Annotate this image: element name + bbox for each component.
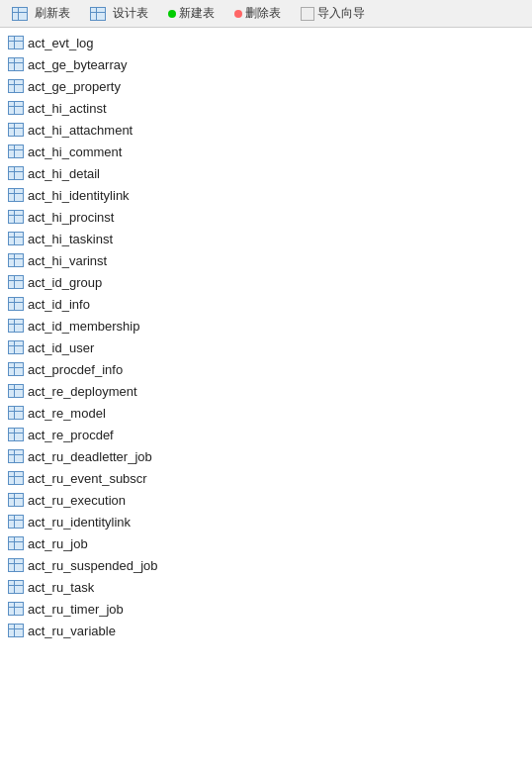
table-row-icon <box>8 145 24 158</box>
table-row-icon <box>8 602 24 616</box>
table-row-icon <box>8 319 24 333</box>
table-row-icon <box>8 384 24 398</box>
table-row-label: act_ru_execution <box>28 493 126 508</box>
table-row-label: act_hi_identitylink <box>28 188 130 203</box>
table-row-icon <box>8 580 24 594</box>
table-list-item[interactable]: act_hi_detail <box>0 162 532 184</box>
table-row-label: act_hi_actinst <box>28 101 107 116</box>
table-row-label: act_hi_varinst <box>28 253 107 268</box>
table-row-icon <box>8 362 24 376</box>
table-row-icon <box>8 275 24 289</box>
design-icon <box>90 7 106 21</box>
table-row-label: act_ru_job <box>28 536 88 551</box>
import-label: 导入向导 <box>317 5 365 22</box>
table-row-label: act_re_deployment <box>28 384 137 399</box>
table-row-label: act_id_group <box>28 275 102 290</box>
table-row-icon <box>8 210 24 224</box>
table-row-icon <box>8 340 24 354</box>
table-row-icon <box>8 101 24 115</box>
refresh-table-btn[interactable]: 刷新表 <box>8 3 74 24</box>
table-row-icon <box>8 232 24 245</box>
table-row-label: act_ru_variable <box>28 624 116 638</box>
table-list-item[interactable]: act_ru_suspended_job <box>0 554 532 576</box>
table-row-icon <box>8 297 24 311</box>
table-icon <box>12 7 28 21</box>
delete-label: 删除表 <box>245 5 281 22</box>
table-row-label: act_ru_deadletter_job <box>28 449 152 464</box>
table-list-item[interactable]: act_re_deployment <box>0 380 532 402</box>
table-row-icon <box>8 471 24 485</box>
table-row-icon <box>8 449 24 463</box>
table-row-icon <box>8 123 24 137</box>
design-table-btn[interactable]: 设计表 <box>86 3 152 24</box>
import-wizard-btn[interactable]: 导入向导 <box>297 3 369 24</box>
table-list-item[interactable]: act_hi_attachment <box>0 119 532 141</box>
table-list: act_evt_logact_ge_bytearrayact_ge_proper… <box>0 28 532 645</box>
toolbar: 刷新表 设计表 新建表 删除表 导入向导 <box>0 0 532 28</box>
table-list-item[interactable]: act_ru_timer_job <box>0 598 532 620</box>
table-list-item[interactable]: act_id_info <box>0 293 532 315</box>
table-list-item[interactable]: act_hi_actinst <box>0 97 532 119</box>
table-list-item[interactable]: act_ru_job <box>0 532 532 554</box>
table-list-item[interactable]: act_hi_taskinst <box>0 228 532 249</box>
table-row-label: act_hi_comment <box>28 145 122 159</box>
new-dot-icon <box>168 10 176 18</box>
table-row-icon <box>8 166 24 180</box>
table-row-label: act_ru_task <box>28 580 94 595</box>
design-label: 设计表 <box>113 5 148 22</box>
refresh-label: 刷新表 <box>35 5 70 22</box>
table-row-label: act_ru_event_subscr <box>28 471 147 486</box>
table-list-item[interactable]: act_hi_procinst <box>0 206 532 228</box>
table-list-item[interactable]: act_re_procdef <box>0 424 532 445</box>
table-row-label: act_ge_property <box>28 79 121 94</box>
table-row-icon <box>8 188 24 202</box>
table-row-icon <box>8 57 24 71</box>
table-list-item[interactable]: act_id_membership <box>0 315 532 337</box>
table-row-label: act_evt_log <box>28 36 94 50</box>
table-list-item[interactable]: act_ge_property <box>0 75 532 97</box>
import-icon <box>301 7 314 21</box>
table-row-label: act_re_model <box>28 406 106 421</box>
table-row-label: act_hi_attachment <box>28 123 133 138</box>
table-row-label: act_ru_identitylink <box>28 515 131 530</box>
table-row-icon <box>8 624 24 637</box>
table-row-icon <box>8 253 24 267</box>
table-row-icon <box>8 558 24 572</box>
table-list-item[interactable]: act_procdef_info <box>0 358 532 380</box>
table-list-item[interactable]: act_hi_varinst <box>0 249 532 271</box>
table-row-label: act_hi_procinst <box>28 210 114 225</box>
table-row-icon <box>8 428 24 441</box>
table-list-item[interactable]: act_re_model <box>0 402 532 424</box>
table-row-icon <box>8 515 24 529</box>
table-row-icon <box>8 36 24 49</box>
table-row-label: act_id_info <box>28 297 90 312</box>
table-list-item[interactable]: act_hi_comment <box>0 141 532 162</box>
new-table-btn[interactable]: 新建表 <box>164 3 219 24</box>
table-list-item[interactable]: act_ru_task <box>0 576 532 598</box>
table-list-item[interactable]: act_hi_identitylink <box>0 184 532 206</box>
table-list-item[interactable]: act_ru_event_subscr <box>0 467 532 489</box>
del-dot-icon <box>234 10 242 18</box>
table-row-label: act_id_membership <box>28 319 139 334</box>
table-row-label: act_hi_detail <box>28 166 100 181</box>
table-list-item[interactable]: act_evt_log <box>0 32 532 53</box>
table-row-label: act_ru_timer_job <box>28 602 124 617</box>
table-row-icon <box>8 406 24 420</box>
table-list-item[interactable]: act_id_user <box>0 337 532 358</box>
table-list-item[interactable]: act_ru_execution <box>0 489 532 511</box>
table-row-label: act_id_user <box>28 340 94 355</box>
table-list-item[interactable]: act_id_group <box>0 271 532 293</box>
table-row-label: act_ge_bytearray <box>28 57 127 72</box>
table-row-icon <box>8 493 24 507</box>
table-row-label: act_procdef_info <box>28 362 123 377</box>
table-row-icon <box>8 536 24 550</box>
table-list-item[interactable]: act_ge_bytearray <box>0 53 532 75</box>
table-list-item[interactable]: act_ru_variable <box>0 620 532 641</box>
table-row-icon <box>8 79 24 93</box>
table-list-item[interactable]: act_ru_identitylink <box>0 511 532 532</box>
table-row-label: act_hi_taskinst <box>28 232 113 246</box>
table-list-item[interactable]: act_ru_deadletter_job <box>0 445 532 467</box>
table-row-label: act_ru_suspended_job <box>28 558 158 573</box>
new-label: 新建表 <box>179 5 215 22</box>
delete-table-btn[interactable]: 删除表 <box>230 3 285 24</box>
